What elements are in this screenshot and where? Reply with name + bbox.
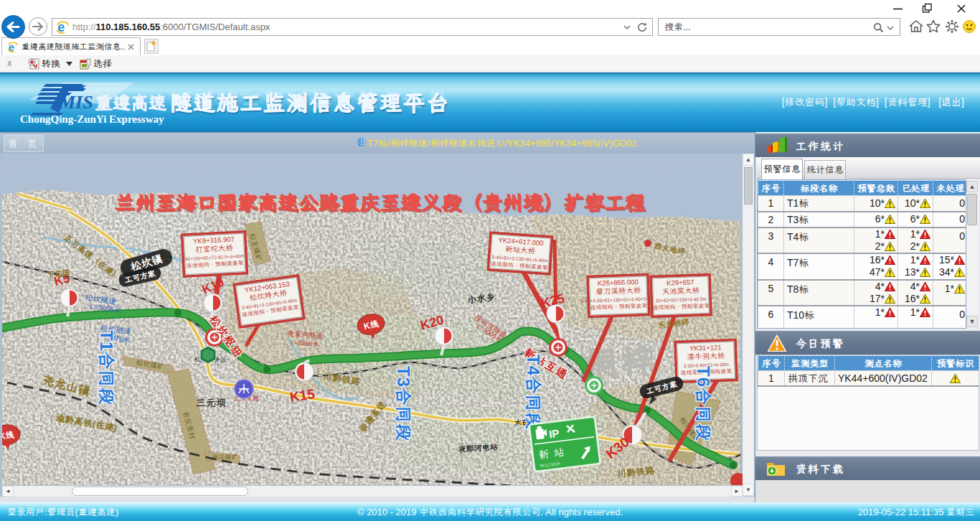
svg-text:磨刀溪特大桥: 磨刀溪特大桥: [595, 285, 641, 296]
svg-text:T4合同段: T4合同段: [522, 355, 545, 430]
svg-text:K线: K线: [2, 429, 14, 442]
svg-text:兰州至海口国家高速公路重庆至遵义段（贵州境）扩容工程: 兰州至海口国家高速公路重庆至遵义段（贵州境）扩容工程: [115, 189, 646, 215]
svg-text:T1合同段: T1合同段: [95, 330, 118, 405]
svg-text:渝兴煤矿: 渝兴煤矿: [212, 453, 237, 461]
svg-text:下花园: 下花园: [46, 268, 70, 280]
svg-text:三元坝: 三元坝: [196, 396, 226, 409]
svg-text:新站大桥: 新站大桥: [505, 244, 536, 256]
svg-text:打宝坨大桥: 打宝坨大桥: [195, 243, 234, 255]
svg-text:MIS: MIS: [58, 92, 93, 113]
svg-text:IP: IP: [548, 427, 560, 441]
svg-text:T3合同段: T3合同段: [392, 366, 415, 441]
svg-text:重遵高速: 重遵高速: [95, 90, 166, 114]
svg-text:天池窝大桥: 天池窝大桥: [661, 285, 699, 296]
svg-text:T6合同段: T6合同段: [692, 366, 715, 441]
svg-text:漂牛洞大桥: 漂牛洞大桥: [687, 350, 725, 362]
svg-text:ChongQing-ZunYi Expressway: ChongQing-ZunYi Expressway: [20, 113, 164, 125]
